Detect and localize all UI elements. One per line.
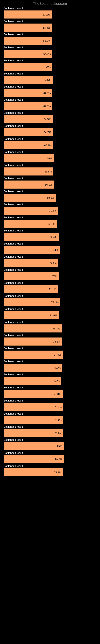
bar-value: 65.2%	[44, 144, 51, 147]
bar-label: Bottleneck result	[3, 373, 98, 376]
bar-track: 77.9%	[3, 350, 80, 359]
bar-fill: 64.5%	[3, 76, 52, 84]
bar-value: 63.4%	[43, 26, 50, 29]
bar-track: 74%	[3, 246, 80, 254]
bar-row: Bottleneck result64.1%	[2, 85, 98, 97]
bar-track: 64.7%	[3, 128, 80, 136]
bar-row: Bottleneck result64.1%	[2, 46, 98, 58]
bar-fill: 72.4%	[3, 233, 59, 241]
bar-row: Bottleneck result71.1%	[2, 281, 98, 293]
bar-row: Bottleneck result74.4%	[2, 294, 98, 306]
bar-row: Bottleneck result63.8%	[2, 33, 98, 45]
bar-label: Bottleneck result	[3, 111, 98, 114]
bar-track: 72.2%	[3, 259, 80, 267]
bar-label: Bottleneck result	[3, 425, 98, 428]
bar-row: Bottleneck result66%	[2, 150, 98, 162]
bar-label: Bottleneck result	[3, 33, 98, 36]
bar-fill: 72.6%	[3, 311, 59, 320]
bar-label: Bottleneck result	[3, 7, 98, 10]
bar-label: Bottleneck result	[3, 138, 98, 140]
bar-row: Bottleneck result78.3%	[2, 464, 98, 476]
bar-label: Bottleneck result	[3, 20, 98, 23]
bar-fill: 78.4%	[3, 416, 63, 424]
bar-row: Bottleneck result64.1%	[2, 98, 98, 110]
bar-row: Bottleneck result66.1%	[2, 177, 98, 188]
bar-fill: 63.4%	[3, 24, 52, 32]
bar-fill: 63.2%	[3, 10, 51, 18]
bar-fill: 71.6%	[3, 207, 58, 215]
bottleneck-chart: Bottleneck result63.2%Bottleneck result6…	[0, 7, 100, 482]
bar-track: 66%	[3, 154, 80, 162]
bar-track: 78.7%	[3, 403, 80, 411]
bar-label: Bottleneck result	[3, 98, 98, 101]
bar-label: Bottleneck result	[3, 46, 98, 49]
bar-value: 72.2%	[50, 262, 57, 265]
bar-row: Bottleneck result69.7%	[2, 216, 98, 228]
bar-fill: 78.8%	[3, 429, 63, 437]
bar-label: Bottleneck result	[3, 59, 98, 62]
bar-fill: 72.2%	[3, 259, 58, 267]
bar-track: 73%	[3, 272, 80, 280]
bar-row: Bottleneck result77.8%	[2, 386, 98, 398]
bar-row: Bottleneck result79%	[2, 438, 98, 450]
bar-label: Bottleneck result	[3, 281, 98, 284]
bar-track: 63.4%	[3, 24, 80, 32]
bar-value: 77.8%	[54, 392, 61, 396]
bar-label: Bottleneck result	[3, 294, 98, 298]
bar-value: 63.8%	[43, 39, 50, 42]
bar-fill: 64.7%	[3, 128, 53, 136]
bar-value: 73%	[52, 275, 57, 278]
bar-label: Bottleneck result	[3, 347, 98, 350]
bar-fill: 65.6%	[3, 168, 53, 176]
bar-value: 64.1%	[43, 52, 51, 55]
bar-track: 76.8%	[3, 338, 80, 346]
bar-value: 68.8%	[47, 196, 54, 199]
bar-row: Bottleneck result65.6%	[2, 164, 98, 176]
bar-track: 77.2%	[3, 364, 80, 372]
bar-row: Bottleneck result78.7%	[2, 399, 98, 411]
bar-fill: 64%	[3, 63, 52, 71]
bar-value: 69.7%	[48, 222, 55, 226]
page-title: TheBottlenecker.com	[0, 0, 100, 7]
bar-track: 64.5%	[3, 76, 80, 84]
bar-fill: 63.8%	[3, 37, 52, 45]
bar-value: 64.1%	[43, 105, 51, 108]
bar-fill: 77.8%	[3, 390, 63, 398]
bar-row: Bottleneck result65.2%	[2, 138, 98, 149]
bar-row: Bottleneck result76.8%	[2, 334, 98, 346]
bar-fill: 74.4%	[3, 298, 60, 306]
bar-fill: 78.3%	[3, 468, 63, 476]
bar-label: Bottleneck result	[3, 386, 98, 389]
bar-label: Bottleneck result	[3, 164, 98, 167]
bar-row: Bottleneck result78.4%	[2, 412, 98, 424]
bar-value: 77.9%	[54, 353, 61, 356]
bar-value: 71.1%	[49, 288, 56, 291]
bar-value: 75.8%	[52, 379, 60, 382]
bar-label: Bottleneck result	[3, 177, 98, 180]
bar-fill: 64.5%	[3, 115, 52, 123]
bar-track: 65.6%	[3, 168, 80, 176]
bar-track: 64.1%	[3, 89, 80, 97]
bar-track: 76.3%	[3, 324, 80, 332]
bar-row: Bottleneck result68.8%	[2, 190, 98, 202]
bar-value: 78.7%	[54, 406, 62, 408]
bar-fill: 76.3%	[3, 324, 62, 332]
bar-fill: 79%	[3, 442, 64, 450]
bar-label: Bottleneck result	[3, 452, 98, 454]
bar-value: 66%	[47, 157, 52, 160]
bar-label: Bottleneck result	[3, 124, 98, 128]
bar-label: Bottleneck result	[3, 268, 98, 271]
bar-value: 78.3%	[54, 471, 62, 474]
bar-track: 69.7%	[3, 220, 80, 228]
bar-value: 66.1%	[45, 183, 52, 186]
bar-track: 64%	[3, 63, 80, 71]
bar-row: Bottleneck result75.8%	[2, 373, 98, 385]
bar-label: Bottleneck result	[3, 438, 98, 441]
bar-row: Bottleneck result64%	[2, 59, 98, 71]
bar-row: Bottleneck result64.5%	[2, 111, 98, 123]
bar-row: Bottleneck result78.8%	[2, 425, 98, 437]
bar-row: Bottleneck result77.9%	[2, 347, 98, 359]
bar-value: 63.2%	[43, 13, 50, 16]
bar-track: 78.4%	[3, 416, 80, 424]
bar-track: 64.1%	[3, 50, 80, 58]
